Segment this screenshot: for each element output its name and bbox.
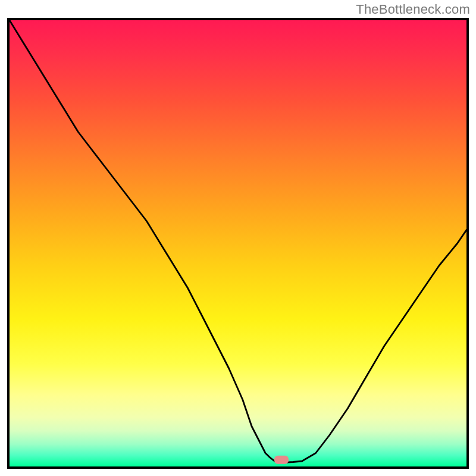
chart-container: TheBottleneck.com xyxy=(0,0,476,476)
line-series xyxy=(10,20,466,466)
bottleneck-curve xyxy=(10,20,466,462)
minimum-marker xyxy=(274,456,289,464)
attribution-text: TheBottleneck.com xyxy=(356,2,470,17)
plot-area xyxy=(7,18,469,469)
